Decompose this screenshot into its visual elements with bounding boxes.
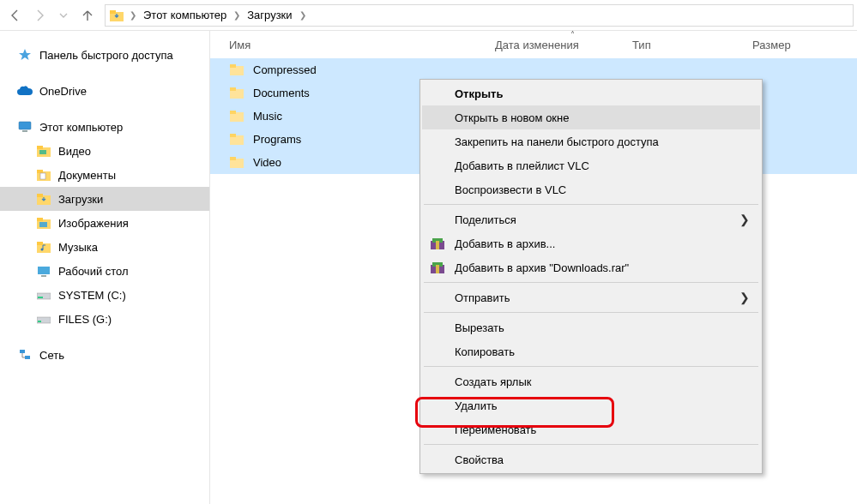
svg-rect-16 [37,242,43,245]
onedrive-icon [17,84,33,98]
music-folder-icon [36,240,51,254]
sidebar-item-drive-c[interactable]: SYSTEM (C:) [0,283,209,307]
forward-button[interactable] [27,3,51,27]
back-button[interactable] [3,3,27,27]
desktop-icon [36,264,51,278]
sidebar-item-downloads[interactable]: Загрузки [0,187,209,211]
breadcrumb-this-pc[interactable]: Этот компьютер [138,5,232,26]
folder-icon [229,133,244,147]
sidebar-item-drive-g[interactable]: FILES (G:) [0,307,209,331]
column-header-type[interactable]: Тип [622,31,742,58]
svg-rect-2 [19,122,31,129]
svg-rect-9 [40,173,45,179]
svg-rect-29 [230,87,236,91]
svg-rect-24 [20,350,25,353]
column-header-name[interactable]: Имя [210,31,485,58]
sidebar-item-documents[interactable]: Документы [0,163,209,187]
column-header-date[interactable]: Дата изменения [485,31,622,58]
sidebar-item-label: Музыка [58,241,98,254]
svg-rect-3 [22,130,27,132]
file-row[interactable]: Compressed [210,58,857,81]
svg-rect-23 [38,321,41,322]
context-menu-label: Добавить в архив... [455,237,555,250]
recent-dropdown[interactable] [51,3,75,27]
context-menu-add-to-archive[interactable]: Добавить в архив... [422,231,760,255]
svg-rect-6 [39,150,46,154]
context-menu-add-to-archive-named[interactable]: Добавить в архив "Downloads.rar" [422,255,760,279]
context-menu-label: Отправить [455,291,510,304]
file-name: Video [253,156,281,169]
context-menu-vlc-play[interactable]: Воспроизвести в VLC [422,177,760,201]
svg-rect-5 [37,146,43,149]
context-menu-cut[interactable]: Вырезать [422,315,760,339]
sidebar-item-label: OneDrive [39,85,87,98]
folder-icon [229,156,244,170]
chevron-right-icon: ❯ [130,10,136,20]
documents-folder-icon [36,168,51,182]
context-menu-label: Поделиться [455,213,516,226]
up-button[interactable] [75,3,100,27]
sidebar-item-label: Видео [58,145,91,158]
sidebar-item-pictures[interactable]: Изображения [0,211,209,235]
column-header-size[interactable]: Размер [742,31,836,58]
downloads-folder-icon [36,192,51,206]
sidebar-item-label: FILES (G:) [58,313,112,326]
sidebar-item-desktop[interactable]: Рабочий стол [0,259,209,283]
context-menu-pin-quick-access[interactable]: Закрепить на панели быстрого доступа [422,129,760,153]
context-menu-rename[interactable]: Переименовать [422,417,760,441]
context-menu-open-new-window[interactable]: Открыть в новом окне [422,105,760,129]
address-bar[interactable]: ❯ Этот компьютер ❯ Загрузки ❯ [105,4,854,27]
svg-rect-33 [230,134,236,137]
winrar-icon [429,235,446,252]
context-menu-open[interactable]: Открыть [422,81,760,105]
sidebar-item-music[interactable]: Музыка [0,235,209,259]
context-menu: Открыть Открыть в новом окне Закрепить н… [419,79,763,474]
sidebar-item-label: Рабочий стол [58,265,129,278]
column-headers: ˄ Имя Дата изменения Тип Размер [210,31,857,58]
file-name: Documents [253,87,310,99]
svg-rect-27 [230,64,236,68]
sidebar-item-label: Документы [58,169,116,182]
sidebar-item-label: Сеть [39,349,64,362]
sidebar-item-label: Этот компьютер [39,121,123,134]
computer-icon [17,120,33,134]
folder-icon [229,110,244,123]
file-name: Compressed [253,63,317,76]
sidebar-item-label: Загрузки [58,193,103,206]
sidebar-item-label: Изображения [58,217,129,230]
context-menu-vlc-add-playlist[interactable]: Добавить в плейлист VLC [422,153,760,177]
folder-icon [229,63,244,77]
context-menu-separator [424,312,758,313]
svg-rect-14 [39,222,47,227]
context-menu-delete[interactable]: Удалить [422,393,760,417]
context-menu-create-shortcut[interactable]: Создать ярлык [422,369,760,393]
chevron-right-icon: ❯ [233,10,240,20]
svg-rect-18 [38,267,50,274]
svg-rect-35 [230,157,236,160]
drive-icon [36,312,51,326]
context-menu-label: Добавить в архив "Downloads.rar" [455,261,629,274]
sidebar-item-onedrive[interactable]: OneDrive [0,79,209,103]
sidebar-item-videos[interactable]: Видео [0,139,209,163]
folder-icon [229,87,244,100]
svg-rect-1 [110,10,116,14]
svg-rect-31 [230,111,236,114]
context-menu-properties[interactable]: Свойства [422,447,760,471]
sidebar-item-network[interactable]: Сеть [0,343,209,367]
file-name: Music [253,110,282,123]
context-menu-separator [424,366,758,367]
sidebar-item-label: Панель быстрого доступа [39,49,173,62]
file-name: Programs [253,133,301,146]
nav-toolbar: ❯ Этот компьютер ❯ Загрузки ❯ [0,0,857,31]
context-menu-copy[interactable]: Копировать [422,339,760,363]
sidebar-item-quick-access[interactable]: Панель быстрого доступа [0,43,209,67]
context-menu-send-to[interactable]: Отправить ❯ [422,285,760,309]
context-menu-share[interactable]: Поделиться ❯ [422,207,760,231]
sidebar-item-this-pc[interactable]: Этот компьютер [0,115,209,139]
breadcrumb-downloads[interactable]: Загрузки [242,5,297,26]
nav-tree: Панель быстрого доступа OneDrive Этот ко… [0,31,210,504]
drive-icon [36,288,51,302]
video-folder-icon [36,144,51,158]
network-icon [17,348,33,362]
star-icon [17,48,33,62]
